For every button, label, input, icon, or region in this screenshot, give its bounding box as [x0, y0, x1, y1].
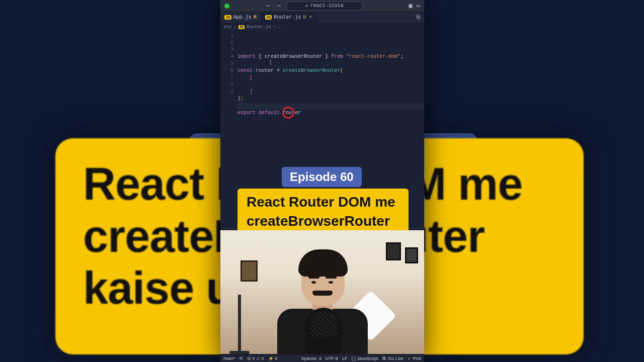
command-center-search[interactable]: ⌕ react-insta [287, 2, 362, 11]
sync-icon[interactable]: ⟲ [239, 356, 243, 361]
tab-label: App.js [233, 15, 252, 20]
code-line[interactable]: ); [237, 96, 424, 103]
line-number: 2 [222, 39, 233, 46]
breadcrumb-file: Router.js [247, 25, 271, 30]
search-text: react-insta [310, 3, 344, 9]
traffic-light-green[interactable] [224, 4, 229, 9]
chevron-right-icon: › [233, 25, 236, 30]
prettier-status[interactable]: ✓ Pret [408, 356, 421, 361]
microphone-icon [305, 308, 342, 354]
js-icon: JS [224, 15, 231, 20]
episode-badge: Episode 60 [282, 167, 362, 187]
code-line[interactable] [237, 103, 424, 110]
light-stand [228, 295, 251, 354]
close-icon[interactable]: × [309, 15, 312, 20]
indent-status[interactable]: Spaces: 4 [301, 356, 321, 361]
tab-app-js[interactable]: JS App.js M [220, 12, 261, 23]
click-indicator-icon [282, 107, 294, 119]
line-number: 3 [222, 46, 233, 53]
code-line[interactable]: ] [237, 88, 424, 96]
title-bar: ← → ⌕ react-insta ▣ ▭ [220, 0, 424, 12]
line-number: 6 [222, 67, 233, 74]
presenter [272, 258, 373, 354]
tab-modified-flag: M [254, 15, 257, 20]
code-line[interactable]: const router = createBrowserRouter( [237, 67, 424, 74]
language-status[interactable]: { } JavaScript [351, 356, 378, 361]
tab-label: Router.js [274, 15, 301, 20]
line-number: 1 [222, 32, 233, 39]
code-line[interactable]: export default router [237, 110, 424, 117]
split-editor-icon[interactable]: ⎘ [413, 12, 424, 23]
code-line[interactable]: import { createBrowserRouter } from "rea… [237, 53, 424, 60]
go-live-button[interactable]: ⦿ Go Live [382, 356, 404, 361]
line-number: 7 [222, 74, 233, 81]
line-number: 9 [222, 88, 233, 96]
code-line[interactable] [237, 60, 424, 67]
git-branch[interactable]: main* [223, 356, 235, 361]
presenter-webcam [220, 230, 424, 354]
js-icon: JS [265, 15, 272, 20]
ports-status[interactable]: ⚡ 0 [268, 356, 278, 361]
search-icon: ⌕ [305, 3, 308, 9]
wall-frame [405, 247, 418, 263]
tab-bar: JS App.js M JS Router.js U × ⎘ [220, 12, 424, 23]
layout-panel-icon[interactable]: ▣ [409, 2, 413, 10]
nav-back-icon[interactable]: ← [267, 2, 271, 10]
breadcrumb[interactable]: src › JS Router.js › … [220, 23, 424, 31]
layout-sidebar-icon[interactable]: ▭ [417, 2, 420, 10]
js-icon: JS [238, 25, 245, 29]
tab-router-js[interactable]: JS Router.js U × [261, 12, 317, 23]
chevron-right-icon: › [273, 25, 276, 30]
code-line[interactable]: [ [237, 74, 424, 81]
line-number: 4 [222, 53, 233, 60]
tab-untracked-flag: U [303, 15, 306, 20]
text-cursor-icon: 𝙸 [269, 59, 273, 66]
line-gutter: 123456789 [220, 31, 237, 227]
wall-frame [240, 260, 258, 282]
eol-status[interactable]: LF [342, 356, 348, 361]
breadcrumb-folder: src [223, 25, 231, 30]
line-number: 5 [222, 60, 233, 67]
code-line[interactable] [237, 81, 424, 88]
status-bar: main* ⟲ ⊘ 0 ⚠ 0 ⚡ 0 Spaces: 4 UTF-8 LF {… [220, 354, 424, 362]
problems-status[interactable]: ⊘ 0 ⚠ 0 [247, 356, 264, 361]
line-number: 8 [222, 81, 233, 88]
encoding-status[interactable]: UTF-8 [325, 356, 338, 361]
wall-frame [386, 242, 401, 260]
breadcrumb-more: … [278, 25, 280, 30]
nav-forward-icon[interactable]: → [277, 2, 281, 10]
